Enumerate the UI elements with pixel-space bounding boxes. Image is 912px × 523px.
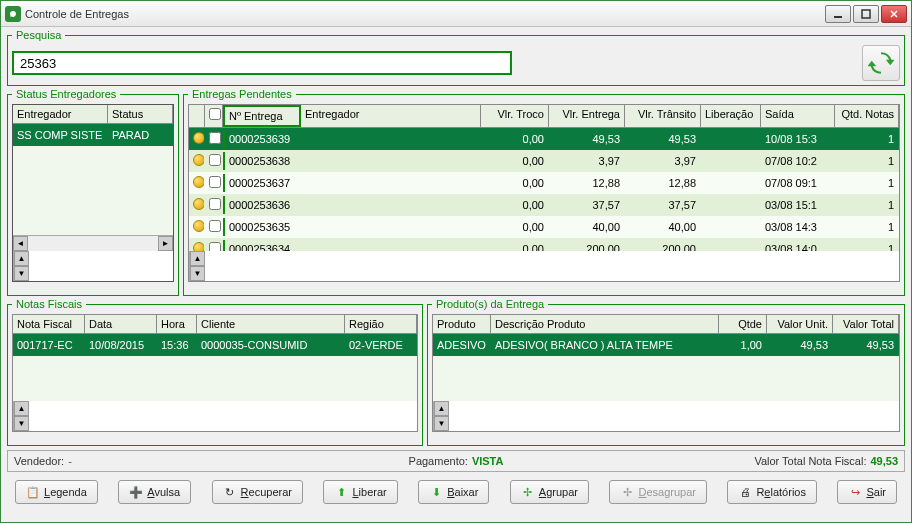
produtos-grid-header: Produto Descrição Produto Qtde Valor Uni… [433,315,899,334]
entrega-row[interactable]: 0000253639 0,0049,53 49,53 10/08 15:31 [189,128,899,150]
recover-icon: ↻ [223,485,237,499]
col-numero-entrega[interactable]: Nº Entrega [223,105,301,127]
relatorios-button[interactable]: 🖨Relatórios [727,480,817,504]
entrega-row[interactable]: 0000253638 0,003,97 3,97 07/08 10:21 [189,150,899,172]
baixar-button[interactable]: ⬇Baixar [418,480,489,504]
row-checkbox[interactable] [209,176,221,188]
produtos-legend: Produto(s) da Entrega [432,298,548,310]
titlebar: Controle de Entregas [1,1,911,27]
status-dot-icon [193,132,205,144]
vendedor-label: Vendedor: [14,455,64,467]
col-nota-fiscal[interactable]: Nota Fiscal [13,315,85,333]
total-label: Valor Total Nota Fiscal: [754,455,866,467]
row-checkbox[interactable] [209,132,221,144]
col-descricao[interactable]: Descrição Produto [491,315,719,333]
agrupar-button[interactable]: ✢Agrupar [510,480,589,504]
entregas-legend: Entregas Pendentes [188,88,296,100]
notas-vscroll[interactable]: ▲▼ [13,401,29,431]
produtos-entrega-group: Produto(s) da Entrega Produto Descrição … [427,298,905,446]
up-arrow-icon: ⬆ [334,485,348,499]
entregas-pendentes-group: Entregas Pendentes Nº Entrega Entregador… [183,88,905,296]
col-qtde[interactable]: Qtde [719,315,767,333]
row-checkbox[interactable] [209,154,221,166]
entrega-row[interactable]: 0000253635 0,0040,00 40,00 03/08 14:31 [189,216,899,238]
status-hscroll[interactable]: ◄► [13,235,173,251]
col-liberacao[interactable]: Liberação [701,105,761,127]
status-dot-icon [193,220,205,232]
nota-row[interactable]: 001717-EC10/08/201515:360000035-CONSUMID… [13,334,417,356]
status-legend: Status Entregadores [12,88,120,100]
status-vscroll[interactable]: ▲▼ [13,251,29,281]
recuperar-button[interactable]: ↻Recuperar [212,480,303,504]
col-entregador[interactable]: Entregador [13,105,108,123]
col-vlr-entrega[interactable]: Vlr. Entrega [549,105,625,127]
row-checkbox[interactable] [209,220,221,232]
col-entregador[interactable]: Entregador [301,105,481,127]
col-valor-unit[interactable]: Valor Unit. [767,315,833,333]
liberar-button[interactable]: ⬆Liberar [323,480,397,504]
status-grid-body[interactable]: SS COMP SISTEPARAD [13,124,173,235]
group-icon: ✢ [521,485,535,499]
minimize-button[interactable] [825,5,851,23]
legend-icon: 📋 [26,485,40,499]
entrega-row[interactable]: 0000253636 0,0037,57 37,57 03/08 15:11 [189,194,899,216]
ungroup-icon: ✢ [620,485,634,499]
entrega-row[interactable]: 0000253634 0,00200,00 200,00 03/08 14:01 [189,238,899,251]
pesquisa-legend: Pesquisa [12,29,65,41]
notas-grid-header: Nota Fiscal Data Hora Cliente Região [13,315,417,334]
col-data[interactable]: Data [85,315,157,333]
svg-rect-0 [834,16,842,18]
legenda-button[interactable]: 📋Legenda [15,480,98,504]
status-row[interactable]: SS COMP SISTEPARAD [13,124,173,146]
col-valor-total[interactable]: Valor Total [833,315,899,333]
svg-rect-1 [862,10,870,18]
col-vlr-troco[interactable]: Vlr. Troco [481,105,549,127]
close-button[interactable] [881,5,907,23]
produtos-vscroll[interactable]: ▲▼ [433,401,449,431]
refresh-icon [868,50,894,76]
search-input[interactable] [12,51,512,75]
sair-button[interactable]: ↪Sair [837,480,897,504]
row-checkbox[interactable] [209,198,221,210]
col-regiao[interactable]: Região [345,315,417,333]
main-window: Controle de Entregas Pesquisa Status Ent… [0,0,912,523]
status-dot-icon [193,242,205,251]
pesquisa-group: Pesquisa [7,29,905,86]
exit-icon: ↪ [848,485,862,499]
entregas-vscroll[interactable]: ▲▼ [189,251,205,281]
footer-info-bar: Vendedor: - Pagamento: VISTA Valor Total… [7,450,905,472]
col-cliente[interactable]: Cliente [197,315,345,333]
notas-fiscais-group: Notas Fiscais Nota Fiscal Data Hora Clie… [7,298,423,446]
pagamento-label: Pagamento: [409,455,468,467]
report-icon: 🖨 [738,485,752,499]
bottom-toolbar: 📋Legenda ➕Avulsa ↻Recuperar ⬆Liberar ⬇Ba… [7,474,905,506]
window-title: Controle de Entregas [25,8,825,20]
status-entregadores-group: Status Entregadores Entregador Status SS… [7,88,179,296]
pagamento-value: VISTA [472,455,504,467]
entrega-row[interactable]: 0000253637 0,0012,88 12,88 07/08 09:11 [189,172,899,194]
vendedor-value: - [68,455,72,467]
produto-row[interactable]: ADESIVOADESIVO( BRANCO ) ALTA TEMPE1,004… [433,334,899,356]
produtos-grid-body[interactable]: ADESIVOADESIVO( BRANCO ) ALTA TEMPE1,004… [433,334,899,401]
select-all-checkbox[interactable] [209,108,221,120]
col-hora[interactable]: Hora [157,315,197,333]
col-qtd-notas[interactable]: Qtd. Notas [835,105,899,127]
app-icon [5,6,21,22]
col-status[interactable]: Status [108,105,173,123]
down-arrow-icon: ⬇ [429,485,443,499]
col-vlr-transito[interactable]: Vlr. Trânsito [625,105,701,127]
add-icon: ➕ [129,485,143,499]
refresh-button[interactable] [862,45,900,81]
total-value: 49,53 [870,455,898,467]
desagrupar-button[interactable]: ✢Desagrupar [609,480,707,504]
row-checkbox[interactable] [209,242,221,251]
avulsa-button[interactable]: ➕Avulsa [118,480,191,504]
entregas-grid-body[interactable]: 0000253639 0,0049,53 49,53 10/08 15:31 0… [189,128,899,251]
entregas-grid-header: Nº Entrega Entregador Vlr. Troco Vlr. En… [189,105,899,128]
status-dot-icon [193,154,205,166]
notas-grid-body[interactable]: 001717-EC10/08/201515:360000035-CONSUMID… [13,334,417,401]
status-dot-icon [193,176,205,188]
maximize-button[interactable] [853,5,879,23]
col-produto[interactable]: Produto [433,315,491,333]
col-saida[interactable]: Saída [761,105,835,127]
